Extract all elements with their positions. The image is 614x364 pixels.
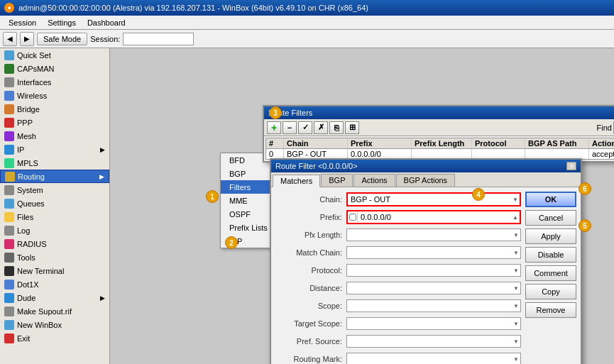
sidebar-item-make[interactable]: Make Supout.rif: [0, 304, 109, 318]
col-header-prefix: Prefix: [348, 138, 412, 148]
target-scope-value[interactable]: [347, 323, 513, 324]
col-header-chain: Chain: [284, 138, 348, 148]
menu-settings[interactable]: Settings: [42, 17, 82, 28]
routing-mark-dropdown-icon[interactable]: ▼: [513, 356, 520, 363]
sidebar-item-log[interactable]: Log: [0, 224, 109, 237]
menu-bar: Session Settings Dashboard: [0, 16, 614, 30]
match-chain-row: Match Chain: ▼: [275, 245, 521, 260]
terminal-icon: [4, 266, 14, 276]
routing-mark-value[interactable]: [347, 358, 513, 360]
prefix-length-dropdown-icon[interactable]: ▼: [513, 232, 520, 238]
newwb-icon: [4, 320, 14, 330]
tab-bgp[interactable]: BGP: [321, 174, 353, 187]
prefix-length-row: Pfx Length: ▼: [275, 227, 521, 243]
forward-button[interactable]: ▶: [20, 32, 34, 46]
queues-icon: [4, 199, 14, 209]
tab-matchers[interactable]: Matchers: [273, 175, 320, 187]
menu-dashboard[interactable]: Dashboard: [82, 17, 131, 28]
route-filter-dialog: Route Filter <0.0.0.0/0> ✕ Matchers BGP …: [270, 158, 582, 364]
add-button[interactable]: +: [267, 121, 281, 134]
sidebar-item-terminal[interactable]: New Terminal: [0, 264, 109, 277]
tab-bgp-actions[interactable]: BGP Actions: [396, 174, 456, 187]
sidebar: Quick Set CAPsMAN Interfaces Wireless Br…: [0, 48, 110, 364]
sidebar-item-files[interactable]: Files: [0, 210, 109, 224]
safe-mode-button[interactable]: Safe Mode: [37, 33, 87, 45]
sidebar-item-tools[interactable]: Tools: [0, 250, 109, 264]
cell-bgpas: [525, 149, 589, 159]
prefix-length-value[interactable]: [347, 234, 513, 236]
sidebar-item-ppp[interactable]: PPP: [0, 116, 109, 129]
sidebar-item-routing[interactable]: Routing ▶: [0, 170, 109, 183]
col-header-num: #: [266, 138, 284, 148]
ok-button[interactable]: OK: [525, 192, 576, 207]
apply-button[interactable]: Apply: [525, 228, 576, 244]
remove-button[interactable]: Remove: [525, 302, 576, 318]
cell-num: 0: [266, 149, 284, 159]
scope-label: Scope:: [275, 302, 346, 310]
pref-source-dropdown-icon[interactable]: ▼: [513, 338, 520, 345]
sidebar-item-quick-set[interactable]: Quick Set: [0, 48, 109, 62]
sidebar-item-queues[interactable]: Queues: [0, 197, 109, 210]
remove-button[interactable]: −: [283, 121, 297, 134]
prefix-dropdown-icon[interactable]: ▲: [512, 214, 520, 221]
back-button[interactable]: ◀: [3, 32, 17, 46]
protocol-value[interactable]: [347, 270, 513, 271]
session-input[interactable]: [123, 33, 194, 45]
ppp-icon: [4, 118, 14, 128]
cancel-button[interactable]: Cancel: [525, 210, 576, 226]
cross-button[interactable]: ✗: [314, 121, 328, 134]
copy-button[interactable]: Copy: [525, 284, 576, 299]
prefix-value[interactable]: 0.0.0.0/0: [358, 212, 512, 222]
scope-value[interactable]: [347, 305, 513, 307]
match-chain-value[interactable]: [347, 252, 513, 253]
distance-value[interactable]: [347, 287, 513, 289]
distance-dropdown-icon[interactable]: ▼: [513, 285, 520, 292]
filter-button[interactable]: ⊞: [345, 121, 359, 134]
sidebar-item-bridge[interactable]: Bridge: [0, 102, 109, 116]
sidebar-item-mesh[interactable]: Mesh: [0, 129, 109, 143]
match-chain-dropdown-icon[interactable]: ▼: [513, 250, 520, 256]
mpls-icon: [4, 158, 14, 168]
dialog-controls: ✕: [566, 162, 576, 170]
files-icon: [4, 212, 14, 222]
menu-session[interactable]: Session: [3, 17, 42, 28]
sidebar-item-mpls[interactable]: MPLS: [0, 156, 109, 170]
wireless-icon: [4, 91, 14, 101]
target-scope-dropdown-icon[interactable]: ▼: [513, 321, 520, 327]
sidebar-item-interfaces[interactable]: Interfaces: [0, 75, 109, 89]
table-row[interactable]: 0 BGP - OUT 0.0.0.0/0 accept: [266, 149, 614, 159]
sidebar-item-ip[interactable]: IP ▶: [0, 143, 109, 156]
sidebar-item-wireless[interactable]: Wireless: [0, 89, 109, 102]
protocol-dropdown-icon[interactable]: ▼: [513, 268, 520, 274]
find-label: Find: [597, 123, 612, 132]
routing-icon: [5, 172, 15, 182]
sidebar-item-exit[interactable]: Exit: [0, 331, 109, 345]
disable-button[interactable]: Disable: [525, 247, 576, 263]
routing-arrow-icon: ▶: [99, 173, 104, 180]
pref-source-value[interactable]: [347, 341, 513, 342]
dialog-close-button[interactable]: ✕: [566, 162, 576, 170]
chain-dropdown-icon[interactable]: ▼: [512, 197, 520, 203]
copy-toolbar-button[interactable]: ⎘: [329, 121, 344, 134]
sidebar-item-system[interactable]: System: [0, 183, 109, 197]
sidebar-item-capsman[interactable]: CAPsMAN: [0, 62, 109, 75]
sidebar-item-dot1x[interactable]: Dot1X: [0, 277, 109, 291]
tab-actions[interactable]: Actions: [353, 174, 395, 187]
annotation-6: 6: [579, 182, 591, 195]
cell-action: accept: [589, 149, 614, 159]
cell-preflen: [412, 149, 472, 159]
chain-value[interactable]: BGP - OUT: [348, 194, 512, 204]
dialog-tabs: Matchers BGP Actions BGP Actions: [271, 172, 581, 187]
sidebar-item-newwb[interactable]: New WinBox: [0, 318, 109, 331]
bridge-icon: [4, 104, 14, 114]
sidebar-item-dude[interactable]: Dude ▶: [0, 291, 109, 304]
check-button[interactable]: ✓: [298, 121, 312, 134]
col-header-protocol: Protocol: [472, 138, 525, 148]
prefix-checkbox[interactable]: [348, 212, 358, 222]
col-header-action: Action: [589, 138, 614, 148]
scope-dropdown-icon[interactable]: ▼: [513, 303, 520, 309]
comment-button[interactable]: Comment: [525, 265, 576, 281]
mesh-icon: [4, 131, 14, 141]
sidebar-item-radius[interactable]: RADIUS: [0, 237, 109, 250]
toolbar: ◀ ▶ Safe Mode Session:: [0, 30, 614, 48]
